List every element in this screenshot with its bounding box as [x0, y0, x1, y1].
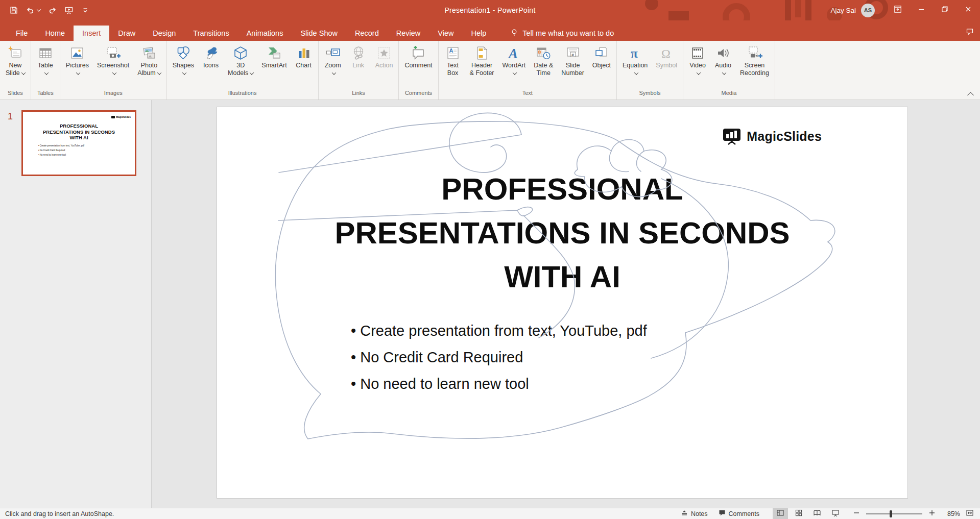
comments-bubble-icon	[966, 29, 974, 37]
audio-button[interactable]: Audio	[710, 42, 736, 77]
pictures-button[interactable]: Pictures	[62, 42, 93, 77]
link-icon	[350, 44, 367, 62]
slide-body-text[interactable]: • Create presentation from text, YouTube…	[351, 317, 647, 397]
tab-help[interactable]: Help	[462, 26, 495, 41]
zoom-slide-icon	[324, 44, 342, 62]
tab-draw[interactable]: Draw	[109, 26, 144, 41]
ribbon-display-options-button[interactable]	[886, 0, 910, 20]
button-label-2	[330, 69, 336, 77]
logo-text: MagicSlides	[747, 129, 822, 144]
group-label: Images	[62, 90, 165, 100]
comments-button[interactable]: Comments	[714, 508, 763, 519]
redo-button[interactable]	[46, 5, 59, 16]
notes-button[interactable]: Notes	[676, 508, 712, 519]
group-label: Illustrations	[169, 90, 317, 100]
table-icon	[37, 44, 54, 62]
restore-button[interactable]	[933, 0, 957, 20]
minimize-button[interactable]	[910, 0, 933, 20]
slide-sorter-view-button[interactable]	[791, 508, 806, 519]
restore-icon	[941, 5, 949, 15]
button-label-2	[303, 69, 304, 77]
bullet-item: • No Credit Card Required	[351, 344, 647, 370]
magicslides-logo: MagicSlides	[722, 128, 822, 145]
video-icon	[689, 44, 706, 62]
normal-view-button[interactable]	[773, 508, 788, 519]
tab-record[interactable]: Record	[346, 26, 388, 41]
slide-number-button[interactable]: #SlideNumber	[557, 42, 588, 77]
zoom-control: 85%	[850, 508, 976, 519]
comments-panel-button[interactable]	[966, 28, 974, 38]
avatar[interactable]: AS	[861, 4, 875, 17]
button-label-2	[383, 69, 385, 77]
fit-to-window-button[interactable]	[964, 508, 976, 519]
quick-access-toolbar	[0, 5, 92, 16]
shapes-button[interactable]: Shapes	[169, 42, 198, 77]
button-label: Equation	[623, 62, 648, 69]
zoom-in-button[interactable]	[926, 508, 938, 519]
title-line: PRESENTATIONS IN SECONDS	[23, 129, 135, 135]
customize-qat-button[interactable]	[79, 5, 92, 16]
slide-editor[interactable]: MagicSlides PROFESSIONALPRESENTATIONS IN…	[217, 107, 907, 498]
button-label-2	[75, 69, 80, 77]
date-time-button[interactable]: Date &Time	[530, 42, 557, 77]
comments-label: Comments	[729, 510, 759, 517]
zoom-button[interactable]: Zoom	[320, 42, 346, 77]
equation-button[interactable]: πEquation	[618, 42, 652, 77]
slide-title[interactable]: PROFESSIONALPRESENTATIONS IN SECONDSWITH…	[217, 167, 907, 299]
group-label: Comments	[400, 90, 436, 100]
chart-button[interactable]: Chart	[291, 42, 317, 77]
zoom-in-icon	[928, 509, 936, 518]
reading-view-button[interactable]	[809, 508, 825, 519]
tab-transitions[interactable]: Transitions	[184, 26, 237, 41]
equation-icon: π	[627, 44, 644, 62]
photo-album-button[interactable]: PhotoAlbum	[133, 42, 164, 77]
tab-animations[interactable]: Animations	[238, 26, 292, 41]
zoom-out-button[interactable]	[850, 508, 863, 519]
normal-view-icon	[776, 509, 784, 518]
zoom-slider[interactable]	[866, 513, 922, 514]
new-slide-button[interactable]: NewSlide	[2, 42, 29, 77]
save-button[interactable]	[7, 5, 20, 16]
button-label-2: Time	[537, 69, 551, 77]
smartart-button[interactable]: SmartArt	[257, 42, 291, 77]
zoom-level[interactable]: 85%	[942, 510, 960, 517]
tab-home[interactable]: Home	[36, 26, 74, 41]
thumb-bullets: • Create presentation from text, YouTube…	[38, 143, 84, 157]
start-slideshow-button[interactable]	[62, 5, 76, 16]
icons-button[interactable]: Icons	[198, 42, 224, 77]
header-footer-button[interactable]: Header& Footer	[466, 42, 498, 77]
ribbon-group-illustrations: ShapesIcons 3DModelsSmartArt Chart Illus…	[167, 41, 319, 100]
button-label: Photo	[141, 62, 158, 69]
undo-button[interactable]	[23, 5, 43, 16]
tab-review[interactable]: Review	[388, 26, 429, 41]
tab-file[interactable]: File	[7, 26, 36, 41]
slide-thumbnail[interactable]: MagicSlides PROFESSIONALPRESENTATIONS IN…	[21, 110, 136, 176]
bullet-item: • No Credit Card Required	[38, 148, 84, 153]
text-box-button[interactable]: ATextBox	[440, 42, 466, 77]
zoom-slider-thumb[interactable]	[890, 510, 892, 517]
tell-me-box[interactable]: Tell me what you want to do	[503, 26, 621, 41]
collapse-ribbon-icon[interactable]	[967, 92, 974, 98]
tab-design[interactable]: Design	[144, 26, 184, 41]
svg-text:#: #	[571, 53, 574, 57]
wordart-button[interactable]: AWordArt	[498, 42, 530, 77]
magicslides-logo-icon	[722, 128, 742, 145]
tab-view[interactable]: View	[429, 26, 462, 41]
3d-models-button[interactable]: 3DModels	[224, 42, 257, 77]
table-button[interactable]: Table	[33, 42, 58, 77]
redo-icon	[49, 6, 57, 14]
object-button[interactable]: Object	[588, 42, 615, 77]
video-button[interactable]: Video	[685, 42, 710, 77]
button-label-2	[210, 69, 211, 77]
close-button[interactable]	[957, 0, 980, 20]
comment-button[interactable]: Comment	[400, 42, 436, 77]
chevron-down-icon	[697, 70, 701, 75]
comment-icon	[410, 44, 427, 62]
slide-number-label: 1	[8, 111, 13, 122]
tab-insert[interactable]: Insert	[74, 26, 109, 41]
slideshow-view-button[interactable]	[828, 508, 843, 519]
screen-recording-button[interactable]: ScreenRecording	[736, 42, 773, 77]
screenshot-button[interactable]: Screenshot	[93, 42, 133, 77]
action-button: Action	[371, 42, 397, 77]
tab-slide-show[interactable]: Slide Show	[292, 26, 346, 41]
